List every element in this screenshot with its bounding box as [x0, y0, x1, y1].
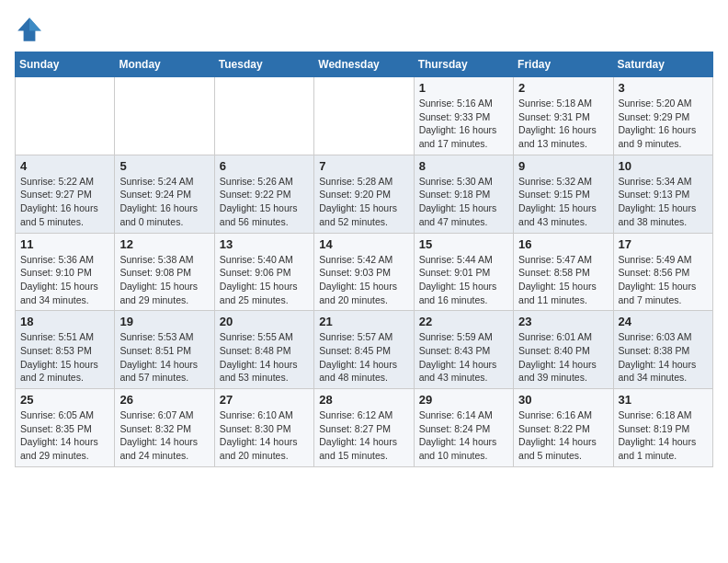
calendar-cell: 23Sunrise: 6:01 AM Sunset: 8:40 PM Dayli… — [514, 311, 613, 389]
calendar-cell — [214, 77, 313, 155]
weekday-header-saturday: Saturday — [613, 52, 712, 77]
day-number: 14 — [319, 237, 408, 251]
day-info: Sunrise: 5:47 AM Sunset: 8:58 PM Dayligh… — [518, 253, 608, 307]
calendar-cell: 5Sunrise: 5:24 AM Sunset: 9:24 PM Daylig… — [115, 155, 214, 233]
day-info: Sunrise: 6:05 AM Sunset: 8:35 PM Dayligh… — [20, 408, 109, 463]
calendar-header-row: SundayMondayTuesdayWednesdayThursdayFrid… — [16, 52, 713, 77]
day-number: 4 — [20, 159, 109, 173]
day-number: 16 — [518, 237, 608, 251]
day-number: 30 — [518, 393, 608, 407]
calendar-cell: 26Sunrise: 6:07 AM Sunset: 8:32 PM Dayli… — [115, 389, 214, 467]
day-info: Sunrise: 5:40 AM Sunset: 9:06 PM Dayligh… — [220, 253, 309, 307]
day-number: 18 — [20, 315, 109, 328]
calendar-cell: 29Sunrise: 6:14 AM Sunset: 8:24 PM Dayli… — [414, 389, 513, 467]
calendar-cell: 15Sunrise: 5:44 AM Sunset: 9:01 PM Dayli… — [414, 233, 513, 311]
calendar-cell: 1Sunrise: 5:16 AM Sunset: 9:33 PM Daylig… — [414, 77, 513, 155]
calendar-cell: 16Sunrise: 5:47 AM Sunset: 8:58 PM Dayli… — [514, 233, 613, 311]
day-info: Sunrise: 5:59 AM Sunset: 8:43 PM Dayligh… — [419, 330, 508, 385]
weekday-header-tuesday: Tuesday — [214, 52, 313, 77]
day-info: Sunrise: 5:16 AM Sunset: 9:33 PM Dayligh… — [419, 97, 508, 151]
svg-marker-1 — [29, 17, 41, 30]
day-info: Sunrise: 6:14 AM Sunset: 8:24 PM Dayligh… — [419, 408, 508, 463]
calendar-cell: 13Sunrise: 5:40 AM Sunset: 9:06 PM Dayli… — [214, 233, 313, 311]
day-number: 31 — [619, 393, 708, 407]
calendar-cell: 9Sunrise: 5:32 AM Sunset: 9:15 PM Daylig… — [514, 155, 613, 233]
day-number: 9 — [518, 159, 608, 173]
logo-icon — [15, 15, 44, 44]
calendar-cell: 12Sunrise: 5:38 AM Sunset: 9:08 PM Dayli… — [115, 233, 214, 311]
day-number: 6 — [220, 159, 309, 173]
day-info: Sunrise: 5:57 AM Sunset: 8:45 PM Dayligh… — [319, 330, 408, 385]
calendar-cell: 19Sunrise: 5:53 AM Sunset: 8:51 PM Dayli… — [115, 311, 214, 389]
day-info: Sunrise: 6:01 AM Sunset: 8:40 PM Dayligh… — [518, 330, 608, 385]
calendar-cell: 31Sunrise: 6:18 AM Sunset: 8:19 PM Dayli… — [613, 389, 712, 467]
day-info: Sunrise: 5:22 AM Sunset: 9:27 PM Dayligh… — [20, 175, 109, 229]
page-header — [15, 15, 713, 44]
day-number: 27 — [220, 393, 309, 407]
weekday-header-friday: Friday — [514, 52, 613, 77]
day-number: 23 — [518, 315, 608, 328]
calendar-week-row: 18Sunrise: 5:51 AM Sunset: 8:53 PM Dayli… — [16, 311, 713, 389]
calendar-cell: 7Sunrise: 5:28 AM Sunset: 9:20 PM Daylig… — [314, 155, 414, 233]
day-number: 7 — [319, 159, 408, 173]
calendar-cell: 25Sunrise: 6:05 AM Sunset: 8:35 PM Dayli… — [16, 389, 115, 467]
day-number: 5 — [119, 159, 209, 173]
day-number: 22 — [419, 315, 508, 328]
calendar-cell: 14Sunrise: 5:42 AM Sunset: 9:03 PM Dayli… — [314, 233, 414, 311]
day-info: Sunrise: 5:24 AM Sunset: 9:24 PM Dayligh… — [119, 175, 209, 229]
day-number: 15 — [419, 237, 508, 251]
calendar-cell: 28Sunrise: 6:12 AM Sunset: 8:27 PM Dayli… — [314, 389, 414, 467]
day-info: Sunrise: 6:16 AM Sunset: 8:22 PM Dayligh… — [518, 408, 608, 463]
day-number: 25 — [20, 393, 109, 407]
day-info: Sunrise: 5:38 AM Sunset: 9:08 PM Dayligh… — [119, 253, 209, 307]
calendar-cell: 27Sunrise: 6:10 AM Sunset: 8:30 PM Dayli… — [214, 389, 313, 467]
day-info: Sunrise: 6:10 AM Sunset: 8:30 PM Dayligh… — [220, 408, 309, 463]
calendar-week-row: 4Sunrise: 5:22 AM Sunset: 9:27 PM Daylig… — [16, 155, 713, 233]
day-info: Sunrise: 5:32 AM Sunset: 9:15 PM Dayligh… — [518, 175, 608, 229]
day-info: Sunrise: 5:44 AM Sunset: 9:01 PM Dayligh… — [419, 253, 508, 307]
calendar-week-row: 11Sunrise: 5:36 AM Sunset: 9:10 PM Dayli… — [16, 233, 713, 311]
day-number: 2 — [518, 81, 608, 95]
calendar-cell: 3Sunrise: 5:20 AM Sunset: 9:29 PM Daylig… — [613, 77, 712, 155]
day-info: Sunrise: 6:07 AM Sunset: 8:32 PM Dayligh… — [119, 408, 209, 463]
weekday-header-wednesday: Wednesday — [314, 52, 414, 77]
day-number: 8 — [419, 159, 508, 173]
day-info: Sunrise: 6:12 AM Sunset: 8:27 PM Dayligh… — [319, 408, 408, 463]
day-number: 3 — [619, 81, 708, 95]
logo — [15, 15, 48, 44]
day-number: 28 — [319, 393, 408, 407]
calendar-cell: 21Sunrise: 5:57 AM Sunset: 8:45 PM Dayli… — [314, 311, 414, 389]
day-info: Sunrise: 5:18 AM Sunset: 9:31 PM Dayligh… — [518, 97, 608, 151]
day-number: 11 — [20, 237, 109, 251]
calendar-cell: 8Sunrise: 5:30 AM Sunset: 9:18 PM Daylig… — [414, 155, 513, 233]
calendar-cell — [16, 77, 115, 155]
day-info: Sunrise: 5:20 AM Sunset: 9:29 PM Dayligh… — [619, 97, 708, 151]
day-number: 1 — [419, 81, 508, 95]
calendar-cell: 4Sunrise: 5:22 AM Sunset: 9:27 PM Daylig… — [16, 155, 115, 233]
weekday-header-monday: Monday — [115, 52, 214, 77]
weekday-header-thursday: Thursday — [414, 52, 513, 77]
day-number: 13 — [220, 237, 309, 251]
day-info: Sunrise: 6:18 AM Sunset: 8:19 PM Dayligh… — [619, 408, 708, 463]
day-number: 26 — [119, 393, 209, 407]
calendar-cell: 24Sunrise: 6:03 AM Sunset: 8:38 PM Dayli… — [613, 311, 712, 389]
day-info: Sunrise: 5:55 AM Sunset: 8:48 PM Dayligh… — [220, 330, 309, 385]
day-number: 24 — [619, 315, 708, 328]
day-info: Sunrise: 5:42 AM Sunset: 9:03 PM Dayligh… — [319, 253, 408, 307]
day-info: Sunrise: 5:28 AM Sunset: 9:20 PM Dayligh… — [319, 175, 408, 229]
calendar-cell: 30Sunrise: 6:16 AM Sunset: 8:22 PM Dayli… — [514, 389, 613, 467]
day-number: 21 — [319, 315, 408, 328]
day-number: 19 — [119, 315, 209, 328]
calendar-cell: 6Sunrise: 5:26 AM Sunset: 9:22 PM Daylig… — [214, 155, 313, 233]
day-info: Sunrise: 5:36 AM Sunset: 9:10 PM Dayligh… — [20, 253, 109, 307]
day-info: Sunrise: 5:49 AM Sunset: 8:56 PM Dayligh… — [619, 253, 708, 307]
day-number: 12 — [119, 237, 209, 251]
day-number: 17 — [619, 237, 708, 251]
calendar-cell: 20Sunrise: 5:55 AM Sunset: 8:48 PM Dayli… — [214, 311, 313, 389]
calendar-table: SundayMondayTuesdayWednesdayThursdayFrid… — [15, 52, 713, 467]
day-info: Sunrise: 6:03 AM Sunset: 8:38 PM Dayligh… — [619, 330, 708, 385]
calendar-week-row: 25Sunrise: 6:05 AM Sunset: 8:35 PM Dayli… — [16, 389, 713, 467]
day-info: Sunrise: 5:34 AM Sunset: 9:13 PM Dayligh… — [619, 175, 708, 229]
calendar-cell: 10Sunrise: 5:34 AM Sunset: 9:13 PM Dayli… — [613, 155, 712, 233]
calendar-cell: 22Sunrise: 5:59 AM Sunset: 8:43 PM Dayli… — [414, 311, 513, 389]
